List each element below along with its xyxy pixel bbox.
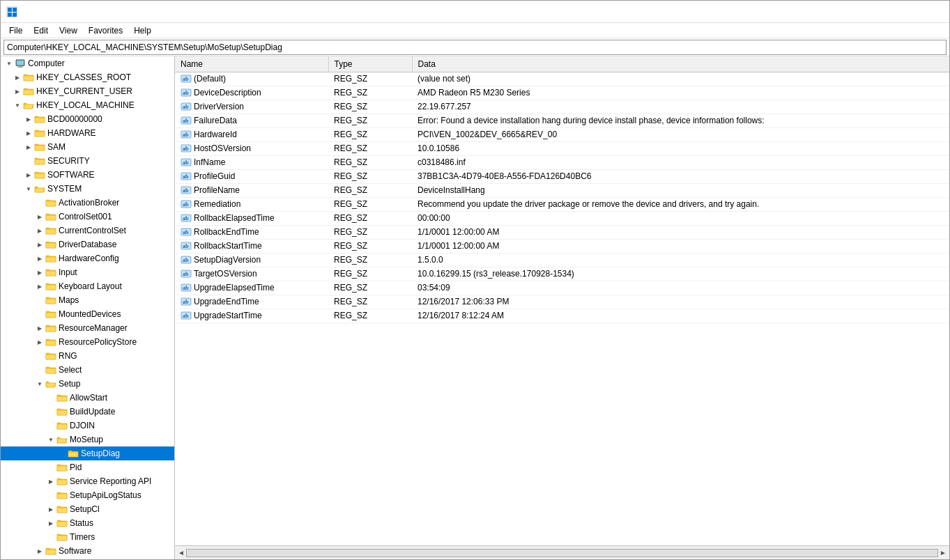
tree-item-software2[interactable]: ▶ Software [1,544,174,558]
tree-item-activationbroker[interactable]: ActivationBroker [1,196,174,210]
expand-btn-hardwareconfig[interactable]: ▶ [34,253,45,264]
table-row[interactable]: ab InfNameREG_SZc0318486.inf [175,155,949,169]
table-row[interactable]: ab ProfileNameREG_SZDeviceInstallHang [175,183,949,197]
tree-item-setupdiag[interactable]: SetupDiag [1,446,174,460]
tree-item-waas[interactable]: ▶ WaaS [1,558,174,559]
expand-btn-sam[interactable]: ▶ [23,141,34,153]
tree-item-allowstart[interactable]: AllowStart [1,391,174,405]
tree-item-software[interactable]: ▶ SOFTWARE [1,168,174,182]
tree-item-controlset001[interactable]: ▶ ControlSet001 [1,210,174,224]
expand-btn-input[interactable]: ▶ [34,267,45,278]
tree-item-input[interactable]: ▶ Input [1,265,174,279]
table-row[interactable]: ab FailureDataREG_SZError: Found a devic… [175,114,949,127]
menu-view[interactable]: View [54,24,83,37]
scroll-right-btn[interactable]: ► [940,549,947,557]
table-row[interactable]: ab RollbackStartTimeREG_SZ1/1/0001 12:00… [175,239,949,253]
expand-btn-setupcl[interactable]: ▶ [45,504,56,515]
expand-btn-buildupdate[interactable] [45,406,56,417]
expand-btn-software[interactable]: ▶ [23,169,34,180]
expand-btn-status[interactable]: ▶ [45,518,56,529]
close-button[interactable] [912,1,944,23]
table-row[interactable]: ab DeviceDescriptionREG_SZAMD Radeon R5 … [175,86,949,100]
table-row[interactable]: ab HardwareIdREG_SZPCI\VEN_1002&DEV_6665… [175,127,949,141]
tree-item-security[interactable]: SECURITY [1,154,174,168]
expand-btn-security[interactable] [23,155,34,166]
expand-btn-setupapilogstatus[interactable] [45,490,56,501]
tree-item-select[interactable]: Select [1,363,174,377]
expand-btn-mosetup[interactable]: ▼ [45,434,56,445]
tree-item-pid[interactable]: Pid [1,460,174,474]
expand-btn-timers[interactable] [45,531,56,543]
expand-btn-allowstart[interactable] [45,392,56,403]
address-input[interactable] [3,40,947,55]
minimize-button[interactable] [848,1,880,23]
tree-item-status[interactable]: ▶ Status [1,516,174,530]
expand-btn-system[interactable]: ▼ [23,183,34,194]
table-row[interactable]: ab RollbackElapsedTimeREG_SZ00:00:00 [175,211,949,225]
tree-item-buildupdate[interactable]: BuildUpdate [1,405,174,419]
menu-edit[interactable]: Edit [28,24,54,37]
tree-item-hklm[interactable]: ▼ HKEY_LOCAL_MACHINE [1,98,174,112]
tree-item-mounteddevices[interactable]: MountedDevices [1,307,174,321]
tree-item-currentcontrolset[interactable]: ▶ CurrentControlSet [1,224,174,238]
menu-favorites[interactable]: Favorites [83,24,128,37]
tree-item-hkcr[interactable]: ▶ HKEY_CLASSES_ROOT [1,70,174,84]
tree-item-resourcepolicystore[interactable]: ▶ ResourcePolicyStore [1,335,174,349]
table-row[interactable]: ab RemediationREG_SZRecommend you update… [175,197,949,211]
tree-item-mosetup[interactable]: ▼ MoSetup [1,433,174,446]
tree-item-hardwareconfig[interactable]: ▶ HardwareConfig [1,251,174,265]
tree-item-setupcl[interactable]: ▶ SetupCl [1,502,174,516]
maximize-button[interactable] [880,1,912,23]
tree-item-computer[interactable]: ▼ Computer [1,56,174,70]
table-row[interactable]: ab UpgradeEndTimeREG_SZ12/16/2017 12:06:… [175,295,949,309]
tree-item-setup[interactable]: ▼ Setup [1,377,174,391]
table-row[interactable]: ab (Default)REG_SZ(value not set) [175,72,949,86]
tree-item-resourcemanager[interactable]: ▶ ResourceManager [1,321,174,335]
expand-btn-select[interactable] [34,364,45,375]
tree-item-hardware[interactable]: ▶ HARDWARE [1,126,174,140]
tree-item-bcd[interactable]: ▶ BCD00000000 [1,112,174,126]
table-row[interactable]: ab SetupDiagVersionREG_SZ1.5.0.0 [175,253,949,267]
expand-btn-keyboardlayout[interactable]: ▶ [34,281,45,292]
tree-item-sam[interactable]: ▶ SAM [1,140,174,154]
table-row[interactable]: ab DriverVersionREG_SZ22.19.677.257 [175,100,949,114]
expand-btn-rng[interactable] [34,350,45,361]
expand-btn-pid[interactable] [45,462,56,473]
col-type[interactable]: Type [328,56,412,72]
tree-item-hkcu[interactable]: ▶ HKEY_CURRENT_USER [1,84,174,98]
table-row[interactable]: ab UpgradeElapsedTimeREG_SZ03:54:09 [175,281,949,295]
expand-btn-servicereportingapi[interactable]: ▶ [45,476,56,487]
menu-help[interactable]: Help [128,24,157,37]
scroll-left-btn[interactable]: ◄ [178,549,185,557]
expand-btn-resourcemanager[interactable]: ▶ [34,322,45,334]
expand-btn-hardware[interactable]: ▶ [23,127,34,139]
tree-item-system[interactable]: ▼ SYSTEM [1,182,174,196]
expand-btn-resourcepolicystore[interactable]: ▶ [34,336,45,348]
table-row[interactable]: ab HostOSVersionREG_SZ10.0.10586 [175,141,949,155]
expand-btn-driverdatabase[interactable]: ▶ [34,239,45,250]
expand-btn-hkcu[interactable]: ▶ [12,86,23,97]
tree-item-setupapilogstatus[interactable]: SetupApiLogStatus [1,488,174,502]
tree-panel[interactable]: ▼ Computer▶ HKEY_CLASSES_ROOT▶ HKEY_CURR… [1,56,175,559]
tree-item-djoin[interactable]: DJOIN [1,419,174,433]
expand-btn-maps[interactable] [34,295,45,306]
col-data[interactable]: Data [412,56,949,72]
tree-item-driverdatabase[interactable]: ▶ DriverDatabase [1,238,174,251]
col-name[interactable]: Name [175,56,328,72]
table-row[interactable]: ab ProfileGuidREG_SZ37BB1C3A-4D79-40E8-A… [175,169,949,183]
tree-item-servicereportingapi[interactable]: ▶ Service Reporting API [1,474,174,488]
tree-item-keyboardlayout[interactable]: ▶ Keyboard Layout [1,279,174,293]
tree-item-timers[interactable]: Timers [1,530,174,544]
table-row[interactable]: ab TargetOSVersionREG_SZ10.0.16299.15 (r… [175,267,949,281]
expand-btn-controlset001[interactable]: ▶ [34,211,45,222]
expand-btn-computer[interactable]: ▼ [3,58,15,69]
expand-btn-activationbroker[interactable] [34,197,45,208]
expand-btn-djoin[interactable] [45,420,56,431]
expand-btn-hklm[interactable]: ▼ [12,100,23,111]
expand-btn-mounteddevices[interactable] [34,309,45,320]
tree-item-rng[interactable]: RNG [1,349,174,363]
expand-btn-setupdiag[interactable] [56,448,68,459]
table-row[interactable]: ab UpgradeStartTimeREG_SZ12/16/2017 8:12… [175,309,949,322]
expand-btn-setup[interactable]: ▼ [34,378,45,389]
menu-file[interactable]: File [3,24,28,37]
